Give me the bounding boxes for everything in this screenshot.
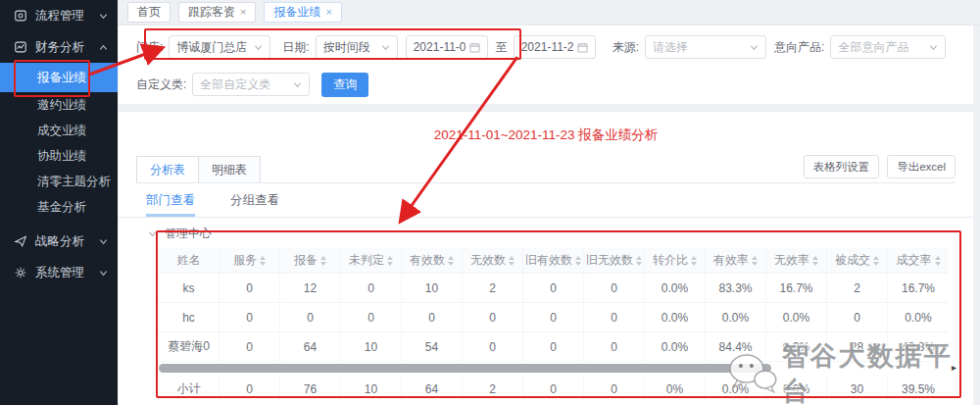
sidebar-item-invite-performance[interactable]: 邀约业绩 (0, 92, 118, 118)
export-excel-button[interactable]: 导出excel (887, 155, 956, 178)
close-icon[interactable]: × (240, 7, 246, 18)
column-header[interactable]: 无效率 (766, 248, 827, 274)
chevron-down-icon (381, 43, 390, 52)
cell: 64 (280, 332, 341, 362)
tab-track-leads[interactable]: 跟踪客资× (178, 2, 256, 23)
sidebar-item-finance[interactable]: 财务分析 (0, 31, 118, 63)
cell: 0.0% (645, 274, 706, 303)
sidebar-item-clear-topic-analysis[interactable]: 清零主题分析 (0, 169, 118, 194)
tab-analysis-table[interactable]: 分析表 (136, 156, 199, 182)
cell: 10 (402, 274, 463, 303)
store-select[interactable]: 博诚厦门总店 (169, 35, 270, 59)
sidebar-item-label: 战略分析 (35, 233, 99, 250)
cell: 0 (584, 376, 645, 402)
performance-table: 姓名 服务 报备 未判定 有效数 无效数 旧有效数 旧无效数 转介比 有效率 无… (159, 248, 949, 402)
cell: 0.0% (888, 303, 949, 332)
column-header[interactable]: 旧无效数 (584, 248, 645, 274)
filter-row-2: 自定义类: 全部自定义类 查询 (136, 72, 973, 97)
column-settings-button[interactable]: 表格列设置 (804, 155, 880, 178)
table-row[interactable]: 蔡碧海0 0 64 10 54 0 0 0 0.0% 84.4% 0.0% 28… (159, 332, 949, 362)
sidebar-item-label: 邀约业绩 (37, 98, 86, 112)
date-mode-select[interactable]: 按时间段 (316, 35, 398, 59)
source-select[interactable]: 请选择 (645, 35, 766, 59)
cell: 16.7% (888, 274, 949, 303)
column-header[interactable]: 被成交 (827, 248, 888, 274)
sort-icon[interactable] (812, 256, 818, 266)
date-label: 日期: (282, 39, 309, 56)
tab-detail-table[interactable]: 明细表 (199, 156, 261, 182)
cell: 0 (280, 303, 341, 332)
column-header[interactable]: 服务 (220, 248, 280, 274)
sidebar-item-label: 基金分析 (37, 200, 86, 214)
chevron-down-icon (148, 229, 157, 238)
source-label: 来源: (612, 39, 639, 56)
cell: 12 (280, 274, 341, 303)
sort-icon[interactable] (448, 256, 454, 266)
column-header[interactable]: 成交率 (888, 248, 949, 274)
sidebar-item-system[interactable]: 系统管理 (0, 257, 118, 288)
sidebar-item-fund-analysis[interactable]: 基金分析 (0, 194, 118, 220)
horizontal-scrollbar-thumb[interactable] (159, 364, 771, 373)
column-header[interactable]: 无效数 (463, 248, 523, 274)
sidebar-item-report-performance[interactable]: 报备业绩 (0, 63, 118, 92)
sort-icon[interactable] (575, 256, 581, 266)
cell: 0 (584, 303, 645, 332)
cell: 0.0% (706, 303, 766, 332)
sidebar: 流程管理 财务分析 报备业绩 邀约业绩 成交业绩 协助业绩 清零主题分析 基金分… (0, 0, 118, 405)
product-label: 意向产品: (774, 39, 824, 56)
cell: 2 (463, 376, 523, 402)
table-summary-row: 小计 0 76 10 64 2 0 0 0% 0.0% 0.0% 30 39.5… (159, 376, 949, 402)
sidebar-item-strategy[interactable]: 战略分析 (0, 226, 118, 257)
column-header[interactable]: 旧有效数 (523, 248, 584, 274)
table-actions: 表格列设置 导出excel (804, 155, 956, 178)
tab-department-view[interactable]: 部门查看 (146, 192, 195, 217)
column-header[interactable]: 未判定 (341, 248, 402, 274)
cell: 0 (402, 303, 463, 332)
sidebar-item-deal-performance[interactable]: 成交业绩 (0, 118, 118, 143)
cell: 54 (402, 332, 463, 362)
chevron-down-icon (929, 43, 938, 52)
sort-icon[interactable] (636, 256, 642, 266)
sort-icon[interactable] (752, 256, 758, 266)
column-header[interactable]: 姓名 (159, 248, 220, 274)
cell: 0.0% (766, 376, 827, 402)
sort-icon[interactable] (320, 256, 326, 266)
cell: 0 (220, 303, 280, 332)
date-start-input[interactable]: 2021-11-01 (406, 35, 488, 59)
filter-panel: 门店: 博诚厦门总店 日期: 按时间段 2021-11-01 至 2021-11… (119, 25, 973, 104)
sort-icon[interactable] (387, 256, 393, 266)
product-select[interactable]: 全部意向产品 (830, 35, 946, 59)
column-header[interactable]: 有效数 (402, 248, 463, 274)
custom-category-select[interactable]: 全部自定义类 (192, 73, 310, 96)
table-row[interactable]: ks 0 12 0 10 2 0 0 0.0% 83.3% 16.7% 2 16… (159, 274, 949, 303)
column-header[interactable]: 有效率 (706, 248, 766, 274)
close-icon[interactable]: × (325, 7, 331, 18)
sort-icon[interactable] (260, 256, 266, 266)
sidebar-item-process[interactable]: 流程管理 (0, 0, 118, 31)
search-button[interactable]: 查询 (321, 73, 368, 97)
table-header-row: 姓名 服务 报备 未判定 有效数 无效数 旧有效数 旧无效数 转介比 有效率 无… (159, 248, 949, 274)
calendar-icon (577, 42, 588, 53)
sort-icon[interactable] (509, 256, 514, 266)
sort-icon[interactable] (691, 256, 697, 266)
tab-report-performance[interactable]: 报备业绩× (264, 2, 341, 23)
tab-label: 跟踪客资 (188, 4, 235, 21)
cell: 84.4% (706, 332, 766, 362)
date-end-value: 2021-11-23 (521, 40, 573, 54)
section-management-center[interactable]: 管理中心 (148, 226, 973, 242)
tab-group-view[interactable]: 分组查看 (230, 192, 279, 217)
sidebar-item-label: 协助业绩 (37, 149, 86, 163)
sort-icon[interactable] (873, 256, 879, 266)
analysis-tabs: 分析表 明细表 表格列设置 导出excel (136, 156, 956, 183)
horizontal-scrollbar-track[interactable]: ▸ (159, 363, 949, 375)
sort-icon[interactable] (935, 256, 941, 266)
cell: 0.0% (645, 332, 706, 362)
column-header[interactable]: 转介比 (645, 248, 706, 274)
sidebar-item-assist-performance[interactable]: 协助业绩 (0, 143, 118, 169)
cell: 0.0% (706, 376, 766, 402)
tab-home[interactable]: 首页 (127, 2, 171, 23)
column-header[interactable]: 报备 (280, 248, 341, 274)
table-row[interactable]: hc 0 0 0 0 0 0 0 0.0% 0.0% 0.0% 0 0.0% (159, 303, 949, 332)
scroll-right-icon[interactable]: ▸ (952, 362, 956, 373)
date-end-input[interactable]: 2021-11-23 (514, 35, 596, 59)
